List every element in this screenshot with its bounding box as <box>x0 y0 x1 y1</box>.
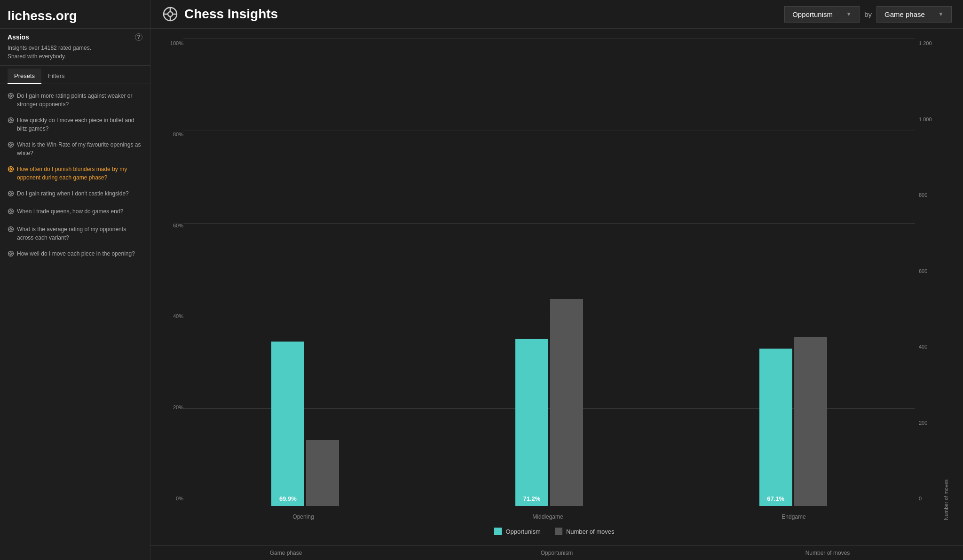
y-right-label: 800 <box>919 192 927 198</box>
moves-bar <box>794 337 827 506</box>
preset-1[interactable]: Do I gain more rating points against wea… <box>0 88 150 112</box>
svg-point-31 <box>10 210 12 212</box>
y-left-label: 100% <box>170 40 183 46</box>
preset-text: When I trade queens, how do games end? <box>17 207 123 216</box>
teal-bar-wrapper: 67.1% <box>759 349 792 506</box>
svg-point-13 <box>10 144 12 146</box>
teal-bar-wrapper: 69.9% <box>271 342 304 506</box>
preset-text: Do I gain more rating points against wea… <box>17 92 142 109</box>
metric-dropdown[interactable]: Opportunism ▼ <box>784 6 860 23</box>
bottom-col: Number of moves <box>692 550 963 556</box>
username-label: Assios <box>8 33 29 41</box>
opportunism-bar-label: 69.9% <box>279 495 297 502</box>
dimension-label: Game phase <box>884 10 925 18</box>
svg-point-25 <box>10 193 12 194</box>
preset-icon <box>8 92 14 102</box>
chart-container: 100%80%60%40%20%0% 69.9%71.2%67.1% Openi… <box>160 38 949 520</box>
legend: OpportunismNumber of moves <box>160 522 949 539</box>
sidebar-tabs: Presets Filters <box>0 69 150 84</box>
preset-icon <box>8 165 14 175</box>
preset-2[interactable]: How quickly do I move each piece in bull… <box>0 112 150 137</box>
moves-bar-wrapper <box>794 337 827 506</box>
preset-icon <box>8 190 14 200</box>
legend-color <box>494 528 502 535</box>
y-left-label: 80% <box>173 132 183 137</box>
sidebar-header: lichess.org <box>0 0 150 28</box>
x-axis-label: Middlegame <box>532 513 563 520</box>
y-axis-right: 1 2001 0008006004002000 <box>915 38 943 520</box>
shared-link[interactable]: Shared with everybody. <box>8 53 66 60</box>
sidebar: lichess.org Assios ? Insights over 14182… <box>0 0 150 560</box>
opportunism-bar-label: 67.1% <box>767 495 784 502</box>
metric-label: Opportunism <box>792 10 833 18</box>
svg-point-7 <box>10 119 12 121</box>
opportunism-bar-label: 71.2% <box>523 495 541 502</box>
bar-group: 71.2% <box>502 299 596 506</box>
sidebar-user-section: Assios ? Insights over 14182 rated games… <box>0 28 150 66</box>
x-axis-label: Opening <box>292 513 314 520</box>
legend-item: Number of moves <box>555 528 615 535</box>
y-axis-left: 100%80%60%40%20%0% <box>160 38 183 520</box>
bottom-row: Game phaseOpportunismNumber of moves <box>150 545 963 560</box>
chart-wrapper: 100%80%60%40%20%0% 69.9%71.2%67.1% Openi… <box>150 29 963 560</box>
preset-4[interactable]: How often do I punish blunders made by m… <box>0 161 150 186</box>
moves-bar <box>550 299 583 506</box>
preset-3[interactable]: What is the Win-Rate of my favourite ope… <box>0 137 150 161</box>
crosshair-icon <box>162 6 179 23</box>
x-axis-label: Endgame <box>781 513 805 520</box>
dimension-dropdown[interactable]: Game phase ▼ <box>876 6 952 23</box>
preset-text: How well do I move each piece in the ope… <box>17 249 135 258</box>
svg-point-19 <box>10 168 12 170</box>
y-right-label: 400 <box>919 344 927 350</box>
legend-label: Number of moves <box>566 528 615 535</box>
bar-group: 67.1% <box>746 337 840 506</box>
tab-filters[interactable]: Filters <box>41 69 71 84</box>
preset-text: How often do I punish blunders made by m… <box>17 165 142 182</box>
y-right-label: 1 000 <box>919 117 932 122</box>
svg-point-37 <box>10 228 12 230</box>
opportunism-bar <box>515 339 548 506</box>
preset-icon <box>8 226 14 235</box>
bars-area: 69.9%71.2%67.1% <box>183 38 915 506</box>
preset-icon <box>8 250 14 260</box>
preset-8[interactable]: How well do I move each piece in the ope… <box>0 246 150 264</box>
moves-bar-wrapper <box>306 440 339 506</box>
y-axis-right-label: Number of moves <box>943 38 949 520</box>
title-area: Chess Insights <box>162 6 777 23</box>
preset-icon <box>8 208 14 218</box>
chart-inner: 69.9%71.2%67.1% OpeningMiddlegameEndgame <box>183 38 915 520</box>
bar-pair: 67.1% <box>746 337 840 506</box>
y-left-label: 20% <box>173 404 183 410</box>
svg-point-43 <box>10 253 12 255</box>
moves-bar-wrapper <box>550 299 583 506</box>
preset-5[interactable]: Do I gain rating when I don't castle kin… <box>0 186 150 203</box>
tab-presets[interactable]: Presets <box>8 69 41 84</box>
moves-bar <box>306 440 339 506</box>
opportunism-bar <box>271 342 304 506</box>
bottom-col: Opportunism <box>421 550 692 556</box>
y-left-label: 40% <box>173 313 183 319</box>
preset-text: What is the Win-Rate of my favourite ope… <box>17 140 142 157</box>
dimension-arrow: ▼ <box>938 11 944 17</box>
opportunism-bar <box>759 349 792 506</box>
bar-pair: 71.2% <box>502 299 596 506</box>
preset-icon <box>8 141 14 151</box>
preset-7[interactable]: What is the average rating of my opponen… <box>0 221 150 246</box>
y-right-label: 0 <box>919 496 922 501</box>
logo[interactable]: lichess.org <box>8 8 77 23</box>
legend-item: Opportunism <box>494 528 540 535</box>
preset-icon <box>8 117 14 126</box>
y-left-label: 60% <box>173 223 183 228</box>
teal-bar-wrapper: 71.2% <box>515 339 548 506</box>
help-icon[interactable]: ? <box>135 33 142 41</box>
main-content: Chess Insights Opportunism ▼ by Game pha… <box>150 0 963 560</box>
preset-text: What is the average rating of my opponen… <box>17 225 142 242</box>
preset-text: How quickly do I move each piece in bull… <box>17 116 142 133</box>
topbar: Chess Insights Opportunism ▼ by Game pha… <box>150 0 963 29</box>
sidebar-username: Assios ? <box>8 33 142 41</box>
bar-pair: 69.9% <box>258 342 352 506</box>
y-right-label: 1 200 <box>919 40 932 46</box>
x-axis-labels: OpeningMiddlegameEndgame <box>183 506 915 520</box>
svg-point-49 <box>168 12 173 16</box>
preset-6[interactable]: When I trade queens, how do games end? <box>0 203 150 221</box>
